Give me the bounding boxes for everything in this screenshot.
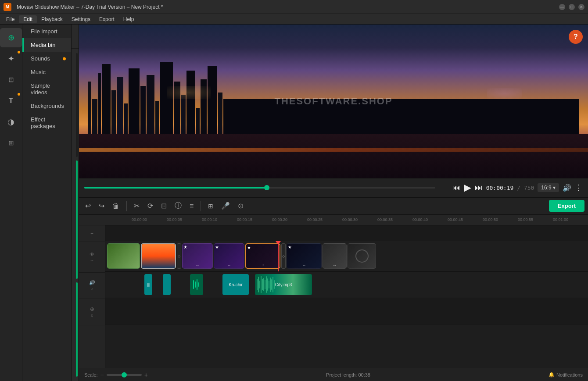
nav-media-bin[interactable]: Media bin [22,38,71,52]
tick-20: 00:00:20 [272,217,307,222]
cut-button[interactable]: ✂ [131,200,142,212]
audio-clip-city[interactable]: City.mp3 [255,274,312,295]
video-track: ◇ ★ ↔ ★ ↔ ★ [105,241,588,272]
crop-button[interactable]: ⊡ [158,200,169,212]
speaker-icon: 🔊 [89,280,95,285]
filter-icon: ◑ [7,117,14,127]
tick-30: 00:00:30 [342,217,377,222]
undo-button[interactable]: ↩ [82,200,93,212]
video-clip-1[interactable] [107,243,140,269]
sidebar-icon-filter[interactable]: ◑ [0,112,22,132]
close-button[interactable]: ✕ [578,4,584,10]
audio-clip-kachir[interactable]: Ka-chir [222,274,249,295]
transition-1[interactable]: ◇ [177,243,181,269]
title-track: Tт Title text her [105,225,588,241]
svg-rect-1 [195,281,196,288]
audio-clip-3[interactable] [190,274,203,295]
scale-slider[interactable] [107,374,142,376]
progress-handle[interactable] [264,185,269,190]
record-button[interactable]: ⊙ [235,200,246,212]
playback-controls [84,187,441,189]
video-clip-2[interactable] [141,243,176,269]
media-item-7[interactable]: 🖼 [76,282,78,377]
progress-bar[interactable] [84,187,435,189]
video-clip-6[interactable]: ★ ↔ [287,243,322,269]
audio-clip-1[interactable]: ▓ [144,274,152,295]
notifications[interactable]: 🔔 Notifications [549,372,583,377]
sidebar-icon-fx[interactable]: ✦ [0,49,22,68]
tick-40: 00:00:40 [412,217,448,222]
arrows-5: ↔ [261,263,265,267]
arrows-4: ↔ [227,263,231,267]
tick-55: 00:00:55 [518,217,553,222]
help-button[interactable]: ? [569,30,583,44]
text-dot [18,93,20,96]
video-clip-5[interactable]: ★ ↔ [245,243,280,269]
video-clip-7[interactable]: ↔ [323,243,347,269]
step-back-button[interactable]: ⏮ [452,183,460,192]
overlay-button[interactable]: ⊞ [205,201,216,211]
video-track-icon[interactable]: 👁 ↔ [79,242,105,273]
text-track-space [79,225,105,229]
progress-fill [84,187,267,189]
nav-sounds[interactable]: Sounds [22,52,71,65]
delete-button[interactable]: 🗑 [110,200,122,212]
sidebar-icon-text[interactable]: T [0,91,22,110]
nav-sample-videos[interactable]: Sample videos [22,79,71,99]
menu-file[interactable]: File [2,15,19,23]
step-forward-button[interactable]: ⏭ [475,183,483,192]
left-panel: File import Media bin Sounds Music Sampl… [22,25,72,381]
video-clip-8[interactable] [348,243,376,269]
menu-settings[interactable]: Settings [67,15,95,23]
right-panel: THESOFTWARE.SHOP ? ⏮ ▶ ⏭ 00:00:19 / 750 … [79,25,588,381]
sliders-button[interactable]: ≡ [187,200,196,212]
sidebar-icon-grid[interactable]: ⊞ [0,133,22,153]
menu-export[interactable]: Export [95,15,119,23]
video-clip-3[interactable]: ★ ↔ [182,243,213,269]
music-icon-2: ♫ [90,313,94,318]
menu-help[interactable]: Help [119,15,139,23]
tick-10: 00:00:10 [202,217,237,222]
scale-plus-button[interactable]: + [144,371,148,378]
nav-backgrounds[interactable]: Backgrounds [22,99,71,113]
audio-track-1: ▓ [105,272,588,298]
sounds-dot [63,57,66,60]
nav-music[interactable]: Music [22,65,71,79]
rotate-button[interactable]: ⟳ [145,200,156,212]
audio-track-icon-2[interactable]: ⊕ ♫ [79,299,105,325]
video-clip-4[interactable]: ★ ↔ [214,243,244,269]
scale-minus-button[interactable]: − [100,371,104,378]
scale-label: Scale: [84,372,98,377]
audio-track-icon[interactable]: 🔊 ♪ [79,273,105,299]
nav-effect-packages[interactable]: Effect packages [22,113,71,133]
star-icon-4: ★ [215,245,219,249]
mic-button[interactable]: 🎤 [219,200,233,212]
aspect-ratio[interactable]: 16:9 ▾ [538,183,559,192]
app-icon: M [4,3,11,11]
export-button[interactable]: Export [549,200,584,212]
media-item-4[interactable]: ✓ 🖼 HD CITY WALLPAPER 2.jpg [76,160,78,279]
media-item-1[interactable]: ✓ 🖼 Pohon Laut.jpg [76,53,78,157]
redo-button[interactable]: ↪ [96,200,107,212]
sidebar-icon-import[interactable]: ⊕ [0,28,22,47]
bike-wheel-icon [355,249,369,263]
timeline: 00:00:00 00:00:05 00:00:10 00:00:15 00:0… [79,215,588,368]
play-pause-button[interactable]: ▶ [464,182,471,193]
transition-2[interactable]: ◇ [281,243,286,269]
volume-button[interactable]: 🔊 [563,184,571,192]
sidebar-icon-resize[interactable]: ⊡ [0,70,22,89]
maximize-button[interactable]: □ [569,4,575,10]
import-icon: ⊕ [8,33,14,43]
more-options-button[interactable]: ⋮ [575,183,583,192]
menu-edit[interactable]: Edit [19,15,37,23]
minimize-button[interactable]: — [559,4,565,10]
music-note-icon: ♪ [91,286,93,291]
info-button[interactable]: ⓘ [172,199,184,212]
nav-file-import[interactable]: File import [22,25,71,38]
media-bin-header: Media Bin ▽ + [72,25,79,49]
scale-handle[interactable] [122,372,127,377]
text-track-icon[interactable]: T [79,229,105,242]
eye-icon: 👁 [90,252,94,257]
audio-clip-2[interactable] [163,274,171,295]
menu-playback[interactable]: Playback [37,15,67,23]
